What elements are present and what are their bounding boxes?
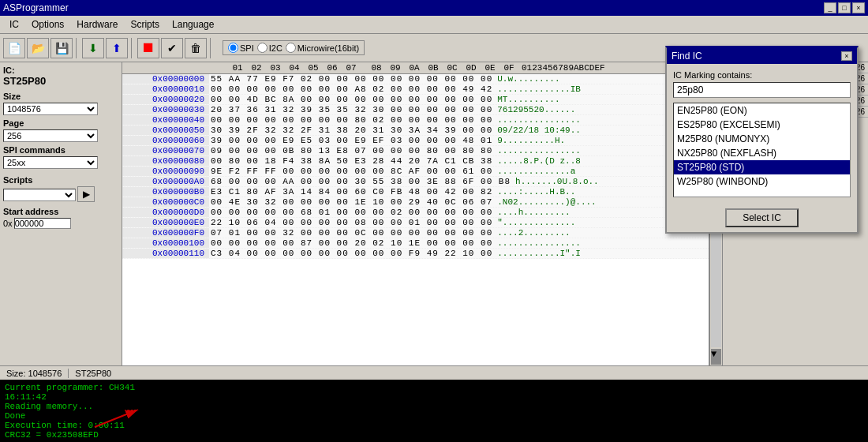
scripts-label: Scripts — [3, 175, 118, 185]
spi-commands-label: SPI commands — [3, 145, 118, 155]
start-address-input[interactable]: 000000 — [14, 218, 71, 229]
bottom-log: Current programmer: CH34116:11:42Reading… — [0, 380, 868, 442]
col-06: 06 — [323, 63, 342, 73]
hex-row-ascii: ............I".I — [497, 249, 581, 258]
table-row[interactable]: 0x000000909E F2 FF FF 00 00 00 00 00 00 … — [122, 167, 709, 177]
hex-row-bytes: E3 C1 80 AF 3A 14 84 00 60 C0 FB 48 00 4… — [211, 187, 492, 197]
table-row[interactable]: 0x0000000055 AA 77 E9 F7 02 00 00 00 00 … — [122, 74, 709, 84]
microwire-label: Microwire(16bit) — [297, 43, 359, 53]
size-select[interactable]: 1048576 — [3, 103, 98, 115]
list-item[interactable]: ST25P80 (STD) — [674, 160, 850, 174]
dialog-close-button[interactable]: × — [841, 51, 852, 61]
dialog-footer: Select IC — [667, 204, 857, 232]
save-button[interactable]: 💾 — [51, 38, 73, 58]
col-05: 05 — [304, 63, 323, 73]
scroll-down-button[interactable]: ▼ — [711, 349, 721, 365]
microwire-radio[interactable] — [286, 43, 296, 53]
separator-1 — [76, 38, 79, 58]
menu-language[interactable]: Language — [166, 17, 220, 32]
col-02: 02 — [247, 63, 266, 73]
table-row[interactable]: 0x000000E022 10 06 04 00 00 00 00 08 00 … — [122, 218, 709, 228]
list-item: Done — [5, 411, 863, 421]
hex-row-bytes: 00 4E 30 32 00 00 00 00 1E 10 00 29 40 0… — [211, 197, 492, 207]
list-item[interactable]: ES25P80 (EXCELSEMI) — [674, 118, 850, 132]
find-ic-input[interactable]: 25p80 — [673, 82, 851, 98]
spi-commands-select[interactable]: 25xx — [3, 156, 98, 169]
table-row[interactable]: 0x000000B0E3 C1 80 AF 3A 14 84 00 60 C0 … — [122, 187, 709, 197]
table-row[interactable]: 0x0000002000 00 4D BC 8A 00 00 00 00 00 … — [122, 95, 709, 105]
page-select[interactable]: 256 — [3, 129, 98, 142]
table-row[interactable]: 0x0000001000 00 00 00 00 00 00 00 A8 02 … — [122, 84, 709, 95]
table-row[interactable]: 0x000000A068 00 00 00 AA 00 00 00 30 55 … — [122, 177, 709, 187]
hex-row-bytes: 00 00 00 00 00 68 01 00 00 00 02 00 00 0… — [211, 208, 492, 217]
menu-hardware[interactable]: Hardware — [70, 17, 124, 32]
hex-row-ascii: .....8.P.(D z..8 — [497, 156, 581, 166]
table-row[interactable]: 0x0000003020 37 36 31 32 39 35 35 32 30 … — [122, 105, 709, 115]
hex-rows-container[interactable]: 0x0000000055 AA 77 E9 F7 02 00 00 00 00 … — [122, 74, 709, 259]
col-0f: 0F — [499, 63, 518, 73]
col-03: 03 — [266, 63, 285, 73]
menu-ic[interactable]: IC — [3, 17, 25, 32]
stop-button[interactable]: ⏹ — [137, 38, 159, 58]
hex-row-ascii: h.......0U.8.o.. — [515, 177, 599, 186]
addr-col-header — [122, 63, 209, 73]
hex-row-ascii: 9..........H. — [497, 136, 565, 145]
list-item[interactable]: M25P80 (NUMONYX) — [674, 132, 850, 146]
col-0e: 0E — [481, 63, 499, 73]
hex-row-bytes: 00 80 00 18 F4 38 8A 50 E3 28 44 20 7A C… — [211, 156, 492, 166]
hex-row-addr: 0x00000000 — [122, 74, 209, 84]
hex-row-addr: 0x00000010 — [122, 84, 209, 94]
menu-scripts[interactable]: Scripts — [124, 17, 166, 32]
table-row[interactable]: 0x00000110C3 04 00 00 00 00 00 00 00 00 … — [122, 249, 709, 259]
table-row[interactable]: 0x000000D000 00 00 00 00 68 01 00 00 00 … — [122, 208, 709, 218]
minimize-button[interactable]: _ — [824, 2, 836, 13]
table-row[interactable]: 0x000000F007 01 00 00 32 00 00 00 0C 00 … — [122, 228, 709, 238]
open-button[interactable]: 📂 — [27, 38, 49, 58]
verify-button[interactable]: ✔ — [161, 38, 183, 58]
separator-2 — [131, 38, 134, 58]
list-item[interactable]: NX25P80 (NEXFLASH) — [674, 146, 850, 160]
list-item[interactable]: W25P80 (WINBOND) — [674, 174, 850, 189]
scripts-row: ▶ — [3, 186, 118, 202]
table-row[interactable]: 0x0000005030 39 2F 32 32 2F 31 38 20 31 … — [122, 125, 709, 136]
select-ic-button[interactable]: Select IC — [725, 208, 799, 227]
table-row[interactable]: 0x0000010000 00 00 00 00 87 00 00 20 02 … — [122, 238, 709, 249]
col-07: 07 — [342, 63, 361, 73]
col-08: 08 — [367, 63, 386, 73]
hex-row-ascii: MT.......... — [497, 95, 559, 104]
log-lines: Current programmer: CH34116:11:42Reading… — [5, 383, 863, 440]
menu-bar: IC Options Hardware Scripts Language — [0, 16, 868, 34]
hex-area[interactable]: 01 02 03 04 05 06 07 08 09 0A 0B 0C 0D 0… — [122, 62, 709, 365]
table-row[interactable]: 0x0000008000 80 00 18 F4 38 8A 50 E3 28 … — [122, 156, 709, 167]
hex-row-ascii: .N02.........)@.... — [497, 197, 596, 207]
list-item[interactable]: EN25P80 (EON) — [674, 103, 850, 118]
hex-row-ascii: 761295520...... — [497, 105, 575, 114]
table-row[interactable]: 0x000000C000 4E 30 32 00 00 00 00 1E 10 … — [122, 197, 709, 208]
write-button[interactable]: ⬆ — [106, 38, 128, 58]
scripts-select[interactable] — [3, 189, 76, 201]
hex-row-addr: 0x000000E0 — [122, 218, 209, 227]
close-button[interactable]: × — [852, 2, 865, 13]
table-row[interactable]: 0x0000004000 00 00 00 00 00 00 00 80 02 … — [122, 115, 709, 125]
menu-options[interactable]: Options — [25, 17, 70, 32]
table-row[interactable]: 0x0000006039 00 00 00 E9 E5 03 00 E9 EF … — [122, 136, 709, 146]
hex-row-addr: 0x000000C0 — [122, 197, 209, 207]
col-00 — [209, 63, 228, 73]
hex-row-addr: 0x00000110 — [122, 249, 209, 258]
spi-radio[interactable] — [228, 43, 238, 53]
find-ic-list[interactable]: EN25P80 (EON)ES25P80 (EXCELSEMI)M25P80 (… — [673, 103, 851, 197]
hex-row-bytes: 00 00 00 00 00 00 00 00 A8 02 00 00 00 0… — [211, 84, 492, 94]
erase-button[interactable]: 🗑 — [185, 38, 207, 58]
maximize-button[interactable]: □ — [838, 2, 851, 13]
hex-row-addr: 0x00000050 — [122, 125, 209, 135]
read-button[interactable]: ⬇ — [82, 38, 104, 58]
scripts-run-button[interactable]: ▶ — [77, 186, 95, 202]
dialog-body: IC Marking contains: 25p80 EN25P80 (EON)… — [667, 64, 857, 204]
hex-row-ascii: 09/22/18 10:49.. — [497, 125, 581, 135]
i2c-radio[interactable] — [257, 43, 268, 53]
table-row[interactable]: 0x0000007009 00 00 00 0B 80 13 E8 07 00 … — [122, 146, 709, 156]
new-button[interactable]: 📄 — [3, 38, 25, 58]
hex-row-bytes: 9E F2 FF FF 00 00 00 00 00 00 8C AF 00 0… — [211, 167, 492, 176]
separator-3 — [210, 38, 213, 58]
hex-row-addr: 0x00000100 — [122, 238, 209, 248]
